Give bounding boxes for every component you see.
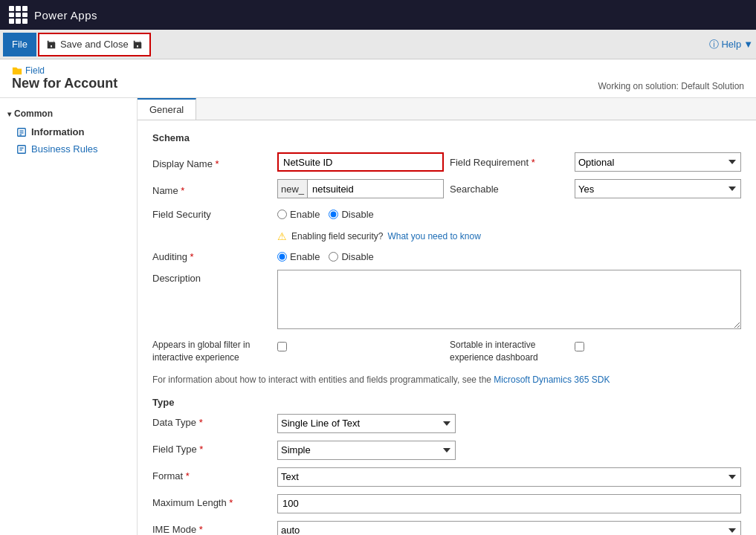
searchable-select[interactable]: Yes No	[575, 179, 741, 198]
folder-icon	[12, 65, 22, 76]
field-security-enable-radio[interactable]	[277, 210, 287, 219]
sidebar-item-information-label: Information	[31, 126, 85, 137]
name-prefix: new_	[277, 179, 307, 198]
command-bar: File Save and Close ⓘ Help ▼	[0, 30, 756, 59]
save-close-button[interactable]: Save and Close	[38, 33, 151, 56]
field-type-select[interactable]: Simple Calculated Rollup	[277, 441, 456, 460]
auditing-enable-radio[interactable]	[277, 252, 287, 262]
sortable-checkbox[interactable]	[575, 342, 584, 351]
format-select[interactable]: Text Email URL Phone Ticker Symbol	[277, 467, 741, 487]
ime-mode-select[interactable]: auto active inactive disabled	[277, 521, 741, 535]
field-type-label: Field Type	[152, 441, 271, 455]
warning-icon: ⚠	[277, 230, 287, 242]
auditing-disable-radio[interactable]	[329, 252, 338, 262]
svg-rect-4	[18, 145, 26, 153]
help-circle-icon: ⓘ	[709, 38, 719, 51]
sidebar-item-business-rules[interactable]: Business Rules	[0, 140, 137, 158]
description-label: Description	[152, 270, 271, 284]
dynamics-sdk-link[interactable]: Microsoft Dynamics 365 SDK	[494, 374, 610, 385]
main-layout: Common Information Business Rule	[0, 98, 756, 535]
name-input[interactable]	[307, 179, 444, 198]
description-row: Description	[152, 270, 741, 331]
format-label: Format	[152, 467, 271, 482]
content-area: General Schema Display Name Field Requir…	[138, 98, 756, 535]
schema-title: Schema	[152, 132, 741, 143]
info-text-row: For information about how to interact wi…	[152, 372, 741, 388]
auditing-row: Auditing Enable Disable	[152, 248, 741, 262]
help-button[interactable]: ⓘ Help ▼	[709, 38, 753, 51]
data-type-label: Data Type	[152, 414, 271, 428]
max-length-row: Maximum Length	[152, 494, 741, 513]
sidebar: Common Information Business Rule	[0, 98, 138, 535]
description-textarea[interactable]	[277, 270, 741, 329]
breadcrumb[interactable]: Field	[12, 65, 117, 76]
field-security-label: Field Security	[152, 206, 271, 220]
sidebar-item-information[interactable]: Information	[0, 123, 137, 140]
field-security-row: Field Security Enable Disable	[152, 206, 741, 220]
field-security-disable-radio[interactable]	[329, 210, 338, 219]
warning-row: ⚠ Enabling field security? What you need…	[152, 227, 741, 248]
field-requirement-select[interactable]: Optional Business Required Business Reco…	[575, 152, 741, 172]
sidebar-item-business-rules-label: Business Rules	[31, 143, 98, 155]
field-security-radio-group: Enable Disable	[277, 206, 374, 220]
auditing-disable-option[interactable]: Disable	[329, 251, 373, 262]
save-close-label: Save and Close	[60, 39, 129, 50]
tab-bar: General	[138, 98, 756, 120]
name-label: Name	[152, 182, 271, 196]
max-length-input[interactable]	[277, 494, 741, 513]
working-on-label: Working on solution: Default Solution	[598, 81, 744, 91]
appears-global-checkbox[interactable]	[277, 342, 287, 351]
display-name-input[interactable]	[277, 152, 444, 172]
auditing-label: Auditing	[152, 248, 271, 262]
field-security-disable-option[interactable]: Disable	[329, 209, 373, 220]
page-header: Field New for Account Working on solutio…	[0, 59, 756, 98]
app-title: Power Apps	[34, 9, 97, 22]
ime-mode-row: IME Mode auto active inactive disabled	[152, 521, 741, 535]
auditing-radio-group: Enable Disable	[277, 248, 374, 262]
max-length-label: Maximum Length	[152, 494, 271, 508]
data-type-select[interactable]: Single Line of Text Whole Number Decimal…	[277, 414, 456, 433]
waffle-menu-icon[interactable]	[9, 6, 27, 24]
auditing-enable-option[interactable]: Enable	[277, 251, 320, 262]
searchable-label: Searchable	[450, 184, 499, 195]
format-row: Format Text Email URL Phone Ticker Symbo…	[152, 467, 741, 487]
save-icon	[45, 39, 57, 51]
sidebar-section-common[interactable]: Common	[0, 104, 137, 123]
what-you-need-link[interactable]: What you need to know	[387, 231, 480, 241]
top-nav-bar: Power Apps	[0, 0, 756, 30]
header-left: Field New for Account	[12, 65, 117, 91]
field-requirement-label: Field Requirement	[450, 157, 535, 168]
ime-mode-label: IME Mode	[152, 521, 271, 535]
help-chevron-icon: ▼	[743, 39, 753, 50]
warning-text: Enabling field security?	[291, 231, 383, 241]
information-icon	[16, 127, 27, 137]
data-type-row: Data Type Single Line of Text Whole Numb…	[152, 414, 741, 433]
tab-general[interactable]: General	[138, 98, 196, 120]
appears-global-label: Appears in global filter in interactive …	[152, 339, 271, 364]
form-content: Schema Display Name Field Requirement Op…	[138, 120, 756, 535]
display-name-label: Display Name	[152, 155, 271, 169]
help-label: Help	[721, 39, 741, 50]
save-close-extra-icon	[132, 39, 143, 51]
field-type-row: Field Type Simple Calculated Rollup	[152, 441, 741, 460]
sortable-label: Sortable in interactive experience dashb…	[450, 339, 569, 364]
file-button[interactable]: File	[3, 33, 36, 56]
business-rules-icon	[16, 144, 27, 155]
type-title: Type	[152, 397, 741, 408]
field-security-enable-option[interactable]: Enable	[277, 209, 320, 220]
page-title: New for Account	[12, 76, 117, 91]
